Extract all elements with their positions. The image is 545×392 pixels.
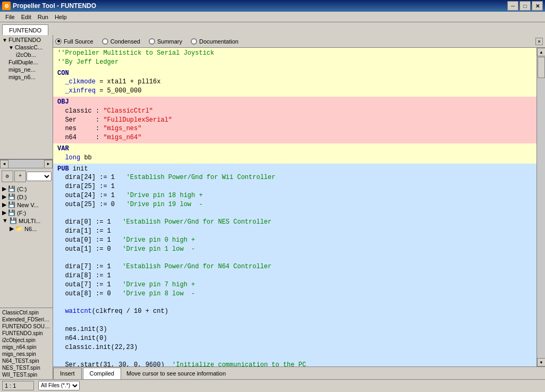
drive-item-c[interactable]: ▶ 💾 (C:) xyxy=(1,185,52,193)
code-line xyxy=(57,299,532,308)
source-tab-label: Summary xyxy=(157,38,182,45)
drive-item-multi[interactable]: ▼ 💾 MULTI... xyxy=(1,217,52,225)
file-item[interactable]: WII_TEST.spin xyxy=(1,371,52,378)
file-item[interactable]: Extended_FDSeria... xyxy=(1,316,52,323)
file-item[interactable]: migs_n64.spin xyxy=(1,344,52,351)
code-line: ''By Jeff Ledger xyxy=(57,58,532,67)
tree-hscroll: ◄ ► xyxy=(0,159,53,168)
status-tab-insert[interactable]: Insert xyxy=(53,368,82,379)
code-line: Ser : "FullDuplexSerial" xyxy=(57,116,532,125)
status-tab-compiled[interactable]: Compiled xyxy=(83,368,121,379)
code-line: n64.init(0) xyxy=(57,334,532,343)
tree-label: migs_ne... xyxy=(8,66,36,73)
source-tab-documentation[interactable]: Documentation xyxy=(191,38,239,45)
status-message: Move cursor to see source information xyxy=(122,370,545,377)
code-line xyxy=(57,316,532,325)
radio-condensed[interactable] xyxy=(102,38,108,45)
code-line xyxy=(57,209,532,218)
file-item[interactable]: N64_TEST.spin xyxy=(1,357,52,364)
scroll-up-button[interactable]: ▲ xyxy=(537,48,545,56)
code-line: n64 : "migs_n64" xyxy=(57,133,532,142)
file-item[interactable]: ClassicCtrl.spin xyxy=(1,309,52,316)
source-tab-fullsource[interactable]: Full Source xyxy=(55,38,93,45)
minimize-button[interactable]: ─ xyxy=(507,1,518,11)
scroll-left-button[interactable]: ◄ xyxy=(0,160,8,168)
code-content[interactable]: ''Propeller Multistick to Serial Joystic… xyxy=(53,48,537,367)
menu-file[interactable]: File xyxy=(2,13,18,21)
radio-summary[interactable] xyxy=(149,38,155,45)
toolbar-select[interactable] xyxy=(27,172,52,181)
file-item[interactable]: FUNTENDO.spin xyxy=(1,330,52,337)
source-tab-condensed[interactable]: Condensed xyxy=(102,38,140,45)
source-tabs: Full Source Condensed Summary Documentat… xyxy=(53,35,545,48)
code-line: nes.init(3) xyxy=(57,325,532,334)
drive-item-f[interactable]: ▶ 💾 (F:) xyxy=(1,209,52,217)
maximize-button[interactable]: □ xyxy=(520,1,531,11)
file-list: ClassicCtrl.spin Extended_FDSeria... FUN… xyxy=(0,308,53,379)
bottombar: 1 : 1 All Files (*.*) xyxy=(0,379,545,391)
code-line: _clkmode = xtal1 + pll16x xyxy=(57,78,532,87)
source-tab-summary[interactable]: Summary xyxy=(149,38,182,45)
vscroll-track[interactable] xyxy=(537,56,545,358)
drive-item-d[interactable]: ▶ 💾 (D:) xyxy=(1,193,52,201)
drive-item-newv[interactable]: ▶ 💾 New V... xyxy=(1,201,52,209)
scroll-right-button[interactable]: ► xyxy=(44,160,53,168)
source-close-button[interactable]: ✕ xyxy=(535,38,543,45)
file-filter-select[interactable]: All Files (*.*) xyxy=(38,381,80,390)
drive-label: (D:) xyxy=(15,194,27,200)
code-line: CON xyxy=(57,69,532,78)
vscroll-thumb[interactable] xyxy=(538,57,545,78)
code-area: ''Propeller Multistick to Serial Joystic… xyxy=(53,48,545,367)
menu-edit[interactable]: Edit xyxy=(18,13,35,21)
code-section-con: CON _clkmode = xtal1 + pll16x _xinfreq =… xyxy=(53,68,537,97)
code-line: outa[25] := 0 'Drive pin 19 low - xyxy=(57,200,532,209)
code-line: long bb xyxy=(57,154,532,163)
window-controls: ─ □ ✕ xyxy=(507,1,543,11)
tree-item-migsne[interactable]: migs_ne... xyxy=(1,66,52,73)
code-line: PUB init xyxy=(57,165,532,174)
code-line: dira[24] := 1 'Establish Power/Gnd for W… xyxy=(57,173,532,182)
code-line xyxy=(57,352,532,361)
file-item[interactable]: NES_TEST.spin xyxy=(1,364,52,371)
tab-funtendo[interactable]: FUNTENDO xyxy=(2,24,48,35)
drive-label: (C:) xyxy=(15,186,27,192)
titlebar: ⚙ Propeller Tool - FUNTENDO ─ □ ✕ xyxy=(0,0,545,12)
code-line: Ser.start(31, 30, 0, 9600) 'Initialize c… xyxy=(57,361,532,367)
tree-item-migsn6[interactable]: migs_n6... xyxy=(1,73,52,81)
file-item[interactable]: migs_nes.spin xyxy=(1,351,52,357)
vertical-scrollbar: ▲ ▼ xyxy=(537,48,545,367)
radio-fullsource[interactable] xyxy=(55,38,62,45)
code-line: classic.init(22,23) xyxy=(57,343,532,352)
code-line: outa[8] := 0 'Drive pin 8 low - xyxy=(57,289,532,299)
tab-label: FUNTENDO xyxy=(9,27,41,33)
code-line: dira[0] := 1 'Establish Power/Gnd for NE… xyxy=(57,218,532,227)
file-item[interactable]: FUNTENDO SOUR... xyxy=(1,323,52,330)
drive-item-n6[interactable]: ▶ 📁 N6... xyxy=(1,225,52,233)
drive-label: MULTI... xyxy=(17,218,40,224)
source-tab-label: Documentation xyxy=(199,38,239,45)
radio-documentation[interactable] xyxy=(191,38,197,45)
scroll-down-button[interactable]: ▼ xyxy=(537,358,545,367)
code-line: outa[1] := 0 'Drive pin 1 low - xyxy=(57,245,532,254)
main-area: ▼ FUNTENDO ▼ ClassicC... i2cOb... FullDu… xyxy=(0,35,545,379)
menubar: File Edit Run Help xyxy=(0,12,545,22)
code-line: ''Propeller Multistick to Serial Joystic… xyxy=(57,49,532,58)
code-section-obj: OBJ classic : "ClassicCtrl" Ser : "FullD… xyxy=(53,97,537,143)
close-button[interactable]: ✕ xyxy=(532,1,543,11)
tree-item-i2cobj[interactable]: i2cOb... xyxy=(1,51,52,58)
toolbar-btn2[interactable]: + xyxy=(14,171,26,182)
toolbar-btn1[interactable]: ⚙ xyxy=(2,171,13,182)
tree-item-funtendo[interactable]: ▼ FUNTENDO xyxy=(1,36,52,44)
menu-help[interactable]: Help xyxy=(52,13,70,21)
code-line: outa[0] := 1 'Drive pin 0 high + xyxy=(57,236,532,245)
hscroll-track[interactable] xyxy=(8,160,44,168)
file-item[interactable]: i2cObject.spin xyxy=(1,337,52,344)
tree-item-fullduple[interactable]: FullDuple... xyxy=(1,58,52,66)
code-line xyxy=(57,254,532,263)
tree-item-classicc[interactable]: ▼ ClassicC... xyxy=(1,44,52,51)
left-toolbar: ⚙ + xyxy=(0,168,53,184)
app-title: Propeller Tool - FUNTENDO xyxy=(13,2,507,10)
menu-run[interactable]: Run xyxy=(35,13,52,21)
tree-label: FUNTENDO xyxy=(8,37,41,43)
code-section-comment: ''Propeller Multistick to Serial Joystic… xyxy=(53,48,537,68)
